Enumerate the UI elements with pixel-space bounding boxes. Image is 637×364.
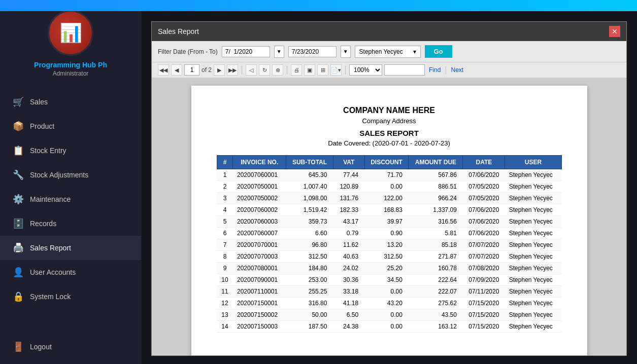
cell-vat: 40.63 — [333, 251, 364, 263]
sidebar-item-label: Maintenance — [30, 195, 71, 203]
cell-vat: 77.44 — [333, 169, 364, 181]
to-date-dropdown-btn[interactable]: ▼ — [341, 46, 351, 58]
page-input[interactable] — [184, 64, 199, 76]
cell-date: 07/07/2020 — [463, 251, 505, 263]
sidebar-item-user-accounts[interactable]: 👤 User Accounts — [0, 260, 141, 284]
sidebar-item-product[interactable]: 📦 Product — [0, 114, 141, 138]
sidebar-item-stock-entry[interactable]: 📋 Stock Entry — [0, 138, 141, 163]
cell-amount-due: 222.64 — [409, 274, 463, 286]
cell-user: Stephen Yecyec — [505, 309, 561, 321]
cell-date: 07/06/2020 — [463, 204, 505, 216]
sidebar-item-label: Records — [30, 220, 56, 228]
user-accounts-icon: 👤 — [13, 267, 24, 278]
prev-page-btn[interactable]: ◀ — [171, 64, 182, 76]
cell-num: 2 — [217, 181, 233, 193]
cell-vat: 43.17 — [333, 216, 364, 228]
sales-icon: 🛒 — [13, 96, 24, 107]
table-row: 9 202007080001 184.80 24.02 25.20 160.78… — [217, 263, 561, 274]
col-date: DATE — [463, 156, 505, 169]
cell-subtotal: 6.60 — [286, 228, 333, 239]
cell-vat: 6.50 — [333, 309, 364, 321]
next-button[interactable]: Next — [449, 66, 466, 74]
toolbar-separator-2 — [287, 65, 287, 75]
find-input[interactable] — [384, 64, 425, 76]
filter-date-label: Filter Date (From - To) — [158, 48, 218, 55]
col-amount-due: AMOUNT DUE — [409, 156, 463, 169]
report-page: COMPANY NAME HERE Company Address SALES … — [191, 86, 587, 355]
logout-icon: 🚪 — [13, 341, 24, 352]
from-date-dropdown-btn[interactable]: ▼ — [274, 46, 284, 58]
cell-discount: 34.50 — [364, 274, 409, 286]
next-page-btn[interactable]: ▶ — [214, 64, 225, 76]
sidebar-item-records[interactable]: 🗄️ Records — [0, 211, 141, 236]
cell-user: Stephen Yecyec — [505, 263, 561, 274]
sidebar-item-label: Product — [30, 122, 54, 130]
sidebar-item-stock-adjustments[interactable]: 🔧 Stock Adjustments — [0, 163, 141, 187]
sidebar-item-label: Sales — [30, 98, 48, 106]
cell-num: 11 — [217, 286, 233, 298]
sidebar-item-logout[interactable]: 🚪 Logout — [0, 335, 141, 359]
modal-close-button[interactable]: ✕ — [609, 26, 620, 37]
report-company-address: Company Address — [217, 117, 562, 125]
cell-discount: 13.20 — [364, 239, 409, 251]
toolbar-separator-text: | — [445, 65, 447, 75]
cell-date: 07/15/2020 — [463, 298, 505, 309]
cell-subtotal: 645.30 — [286, 169, 333, 181]
cell-amount-due: 966.24 — [409, 193, 463, 204]
back-btn[interactable]: ◁ — [246, 64, 257, 76]
layout-btn2[interactable]: ⊞ — [317, 64, 328, 76]
cell-amount-due: 222.07 — [409, 286, 463, 298]
sidebar-item-label: Stock Adjustments — [30, 171, 88, 179]
sidebar-item-label: User Accounts — [30, 268, 76, 276]
cell-date: 07/06/2020 — [463, 216, 505, 228]
zoom-select[interactable]: 100% 75% 150% — [349, 64, 382, 76]
user-dropdown[interactable]: Stephen Yecyec ▾ — [355, 46, 421, 58]
refresh-btn[interactable]: ↻ — [259, 64, 270, 76]
export-btn[interactable]: 📄▾ — [330, 64, 342, 76]
cell-vat: 11.62 — [333, 239, 364, 251]
last-page-btn[interactable]: ▶▶ — [227, 64, 238, 76]
sidebar-item-sales[interactable]: 🛒 Sales — [0, 90, 141, 114]
table-row: 11 202007110001 255.25 33.18 0.00 222.07… — [217, 286, 561, 298]
first-page-btn[interactable]: ◀◀ — [158, 64, 169, 76]
to-date-input[interactable] — [288, 46, 337, 57]
cell-subtotal: 1,519.42 — [286, 204, 333, 216]
cell-discount: 71.70 — [364, 169, 409, 181]
cell-amount-due: 316.56 — [409, 216, 463, 228]
cell-user: Stephen Yecyec — [505, 216, 561, 228]
cell-amount-due: 271.87 — [409, 251, 463, 263]
sidebar-item-maintenance[interactable]: ⚙️ Maintenance — [0, 187, 141, 211]
cell-num: 10 — [217, 274, 233, 286]
cell-user: Stephen Yecyec — [505, 193, 561, 204]
cell-invoice: 202007060007 — [233, 228, 286, 239]
cell-discount: 0.00 — [364, 181, 409, 193]
cell-invoice: 202007090001 — [233, 274, 286, 286]
cell-user: Stephen Yecyec — [505, 181, 561, 193]
print-btn[interactable]: 🖨 — [291, 64, 302, 76]
main-content: Sales Report ✕ Filter Date (From - To) ▼… — [141, 0, 637, 364]
cell-num: 5 — [217, 216, 233, 228]
cell-amount-due: 43.50 — [409, 309, 463, 321]
cell-user: Stephen Yecyec — [505, 298, 561, 309]
stop-btn[interactable]: ⊗ — [272, 64, 283, 76]
cell-amount-due: 5.81 — [409, 228, 463, 239]
cell-num: 14 — [217, 321, 233, 333]
cell-subtotal: 96.80 — [286, 239, 333, 251]
layout-btn1[interactable]: ▣ — [304, 64, 315, 76]
cell-discount: 25.20 — [364, 263, 409, 274]
find-button[interactable]: Find — [427, 66, 443, 74]
sidebar-item-system-lock[interactable]: 🔒 System Lock — [0, 284, 141, 309]
from-date-input[interactable] — [222, 46, 270, 57]
page-total-label: of 2 — [202, 66, 212, 74]
cell-amount-due: 886.51 — [409, 181, 463, 193]
report-area[interactable]: COMPANY NAME HERE Company Address SALES … — [152, 78, 626, 355]
cell-user: Stephen Yecyec — [505, 321, 561, 333]
cell-discount: 39.97 — [364, 216, 409, 228]
sidebar-item-sales-report[interactable]: 🖨️ Sales Report — [0, 236, 141, 260]
go-button[interactable]: Go — [425, 45, 452, 58]
cell-subtotal: 316.80 — [286, 298, 333, 309]
cell-invoice: 202007050001 — [233, 181, 286, 193]
cell-subtotal: 359.73 — [286, 216, 333, 228]
cell-invoice: 202007150002 — [233, 309, 286, 321]
col-invoice: INVOICE NO. — [233, 156, 286, 169]
